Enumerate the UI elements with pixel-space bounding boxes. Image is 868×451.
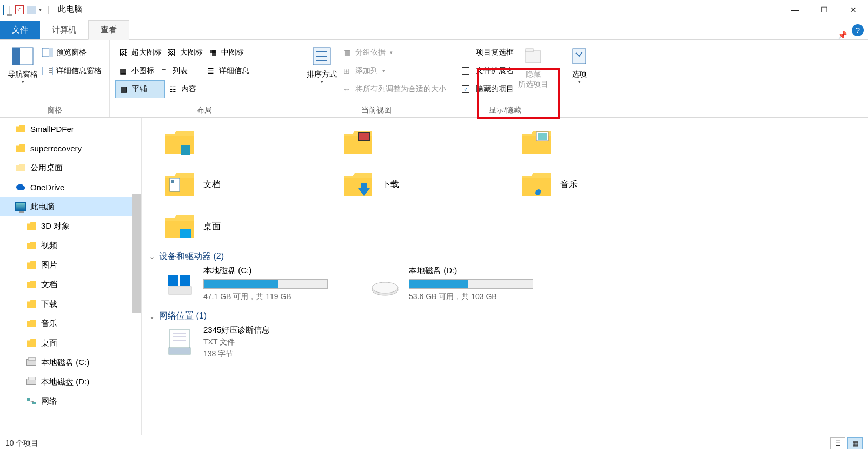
folder-icon (163, 168, 196, 201)
sort-by-button[interactable]: 排序方式 ▾ (304, 43, 339, 103)
sidebar-item-icon (26, 240, 37, 251)
sidebar-item-label: 图片 (41, 260, 57, 270)
sidebar-item[interactable]: 音乐 (0, 314, 141, 333)
sidebar-item[interactable]: 3D 对象 (0, 216, 141, 236)
sidebar-item[interactable]: SmallPDFer (0, 119, 141, 138)
sidebar-item[interactable]: OneDrive (0, 177, 141, 197)
navigation-pane-button[interactable]: 导航窗格 ▾ (5, 43, 40, 103)
svg-rect-16 (32, 402, 36, 404)
ribbon-group-options: 选项 ▾ (556, 40, 602, 117)
sidebar-item-label: 视频 (41, 241, 57, 251)
sidebar-item[interactable]: 本地磁盘 (D:) (0, 372, 141, 392)
hide-selected-button[interactable]: 隐藏 所选项目 (516, 43, 551, 103)
options-button[interactable]: 选项 ▾ (562, 43, 597, 104)
sidebar-item[interactable]: 网络 (0, 392, 141, 411)
folder-tile[interactable]: 文档 (163, 164, 342, 204)
tab-computer[interactable]: 计算机 (40, 21, 88, 39)
folder-tile[interactable] (163, 122, 342, 162)
sidebar-item[interactable]: 桌面 (0, 333, 141, 353)
svg-rect-5 (49, 68, 52, 69)
title-bar: | ✓ ▾ | 此电脑 — ☐ ✕ (0, 0, 868, 19)
folder-icon (520, 126, 553, 158)
status-view-tiles-button[interactable]: ▦ (847, 437, 863, 449)
group-label-panes: 窗格 (5, 103, 104, 116)
file-extensions-toggle[interactable]: 文件扩展名 (460, 62, 516, 80)
folder-tile[interactable] (342, 122, 520, 162)
svg-rect-12 (526, 51, 541, 63)
chevron-down-icon: ⌄ (149, 253, 155, 261)
ribbon-group-layout: 🖼超大图标 🖼大图标 ▦中图标 ▦小图标 ≡列表 ☰详细信息 ▤平铺 ☷内容 布… (110, 40, 299, 117)
main-pane[interactable]: 文档下载音乐 桌面 ⌄ 设备和驱动器 (2) 本地磁盘 (C:)47.1 GB … (142, 118, 868, 435)
folder-tile[interactable] (520, 122, 699, 162)
sidebar-item[interactable]: 视频 (0, 236, 141, 255)
network-item[interactable]: 2345好压诊断信息 TXT 文件 138 字节 (142, 325, 868, 359)
navigation-sidebar[interactable]: SmallPDFersuperrecovery公用桌面OneDrive此电脑3D… (0, 118, 142, 435)
layout-tiles-button[interactable]: ▤平铺 (115, 80, 165, 98)
section-network-header[interactable]: ⌄ 网络位置 (1) (142, 307, 868, 325)
svg-rect-3 (49, 48, 53, 57)
tab-view[interactable]: 查看 (88, 20, 129, 40)
sidebar-item[interactable]: 本地磁盘 (C:) (0, 353, 141, 372)
drive-item[interactable]: 本地磁盘 (C:)47.1 GB 可用，共 119 GB (163, 266, 342, 302)
app-icon (3, 5, 4, 14)
minimize-button[interactable]: — (780, 0, 810, 19)
svg-rect-7 (49, 72, 52, 73)
sidebar-item[interactable]: 图片 (0, 255, 141, 275)
group-label-layout: 布局 (115, 103, 293, 116)
svg-rect-27 (168, 275, 178, 286)
qat-folder-icon[interactable] (27, 6, 36, 14)
group-by-button[interactable]: ▥分组依据▾ (339, 43, 448, 62)
section-devices-header[interactable]: ⌄ 设备和驱动器 (2) (142, 248, 868, 266)
svg-rect-32 (169, 348, 190, 354)
layout-medium-button[interactable]: ▦中图标 (205, 43, 246, 62)
sidebar-item[interactable]: 公用桌面 (0, 158, 141, 177)
status-bar: 10 个项目 ☰ ▦ (0, 435, 868, 451)
tab-file[interactable]: 文件 (0, 21, 40, 39)
sidebar-item-label: 本地磁盘 (D:) (41, 377, 89, 387)
sidebar-item-icon (15, 201, 26, 212)
folder-tile[interactable]: 下载 (342, 164, 520, 204)
svg-rect-13 (526, 49, 533, 52)
sidebar-item[interactable]: 此电脑 (0, 197, 141, 216)
group-label-show-hide: 显示/隐藏 (460, 103, 551, 116)
sidebar-item-label: 文档 (41, 280, 57, 290)
sidebar-item[interactable]: 下载 (0, 294, 141, 314)
qat-dropdown-icon[interactable]: ▾ (39, 6, 43, 12)
sidebar-item-icon (26, 279, 37, 290)
sidebar-scrollbar-thumb[interactable] (132, 194, 141, 313)
chevron-down-icon: ⌄ (149, 313, 155, 320)
help-button[interactable]: ? (852, 24, 864, 36)
sidebar-item-label: 此电脑 (30, 202, 55, 212)
layout-extra-large-button[interactable]: 🖼超大图标 (115, 43, 164, 62)
sidebar-item-label: 桌面 (41, 338, 57, 348)
status-view-details-button[interactable]: ☰ (830, 437, 845, 449)
network-item-type: TXT 文件 (203, 337, 270, 347)
layout-details-button[interactable]: ☰详细信息 (203, 62, 251, 80)
drive-item[interactable]: 本地磁盘 (D:)53.6 GB 可用，共 103 GB (369, 266, 547, 302)
layout-content-button[interactable]: ☷内容 (165, 80, 198, 98)
preview-pane-button[interactable]: 预览窗格 (40, 43, 104, 62)
maximize-button[interactable]: ☐ (810, 0, 839, 19)
status-item-count: 10 个项目 (5, 439, 38, 448)
close-button[interactable]: ✕ (839, 0, 868, 19)
qat-checkbox-icon[interactable]: ✓ (15, 5, 24, 14)
folder-label: 音乐 (560, 179, 578, 190)
folder-tile[interactable]: 桌面 (163, 207, 342, 247)
network-item-name: 2345好压诊断信息 (203, 325, 270, 335)
hidden-items-toggle[interactable]: 隐藏的项目 (460, 80, 516, 98)
sidebar-item-icon (26, 376, 37, 387)
folder-tile[interactable]: 音乐 (520, 164, 699, 204)
svg-rect-22 (538, 133, 547, 140)
layout-large-button[interactable]: 🖼大图标 (164, 43, 205, 62)
details-pane-button[interactable]: 详细信息窗格 (40, 62, 104, 80)
layout-small-button[interactable]: ▦小图标 (115, 62, 156, 80)
folder-icon (342, 126, 374, 158)
sidebar-item[interactable]: 文档 (0, 275, 141, 294)
layout-list-button[interactable]: ≡列表 (156, 62, 203, 80)
pin-ribbon-icon[interactable]: 📌 (834, 31, 850, 39)
sidebar-item[interactable]: superrecovery (0, 138, 141, 158)
ribbon-group-show-hide: 项目复选框 文件扩展名 隐藏的项目 隐藏 所选项目 显示/隐藏 (454, 40, 556, 117)
item-checkboxes-toggle[interactable]: 项目复选框 (460, 43, 516, 62)
ribbon: 导航窗格 ▾ 预览窗格 详细信息窗格 窗格 🖼超大图标 🖼大图标 ▦中图 (0, 40, 868, 118)
svg-rect-15 (27, 398, 30, 401)
